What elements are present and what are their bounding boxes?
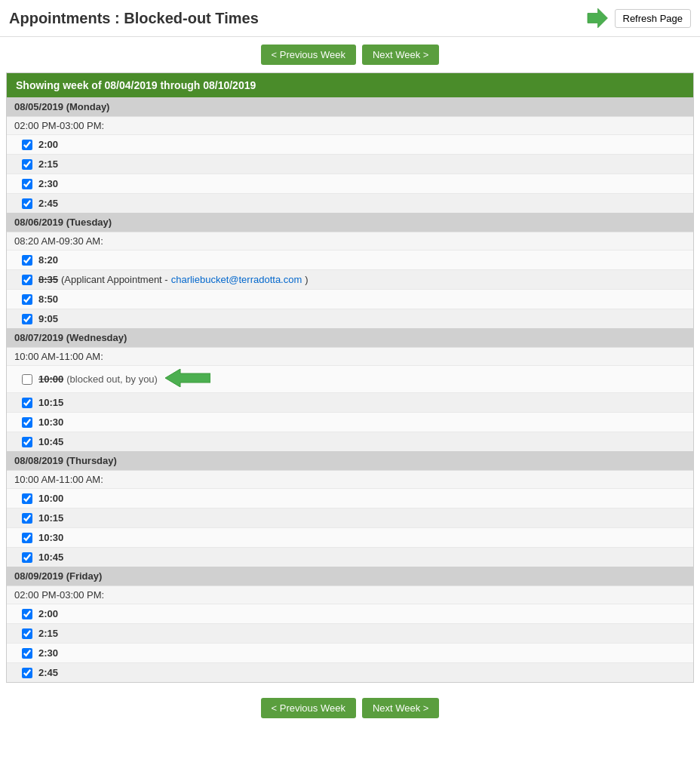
- slot-checkbox[interactable]: [22, 552, 32, 563]
- time-slot: 2:30: [7, 174, 693, 193]
- time-label: 8:50: [38, 293, 58, 305]
- time-label: 10:30: [38, 416, 63, 428]
- time-label: 10:15: [38, 512, 63, 524]
- arrow-icon: [585, 6, 609, 30]
- next-week-button-top[interactable]: Next Week >: [362, 45, 440, 65]
- time-label: 2:15: [38, 628, 58, 639]
- slot-checkbox[interactable]: [22, 374, 32, 385]
- next-week-button-bottom[interactable]: Next Week >: [362, 698, 440, 718]
- time-range-4: 02:00 PM-03:00 PM:: [7, 585, 693, 604]
- prev-week-button-top[interactable]: < Previous Week: [261, 45, 356, 65]
- svg-marker-1: [165, 369, 210, 387]
- time-slot: 8:35 (Applicant Appointment - charliebuc…: [7, 269, 693, 289]
- slot-checkbox[interactable]: [22, 398, 32, 408]
- time-label: 10:30: [38, 532, 63, 543]
- time-label: 2:45: [38, 667, 58, 678]
- appointment-text: (Applicant Appointment -: [61, 274, 168, 285]
- time-range-3: 10:00 AM-11:00 AM:: [7, 470, 693, 488]
- refresh-button[interactable]: Refresh Page: [615, 9, 692, 28]
- day-header-4: 08/09/2019 (Friday): [7, 567, 693, 585]
- time-label: 10:45: [38, 552, 63, 563]
- time-label: 2:45: [38, 198, 58, 209]
- time-slot: 10:00: [7, 488, 693, 508]
- time-label: 10:15: [38, 397, 63, 408]
- slot-checkbox[interactable]: [22, 668, 32, 678]
- time-label: 10:45: [38, 436, 63, 447]
- time-label: 2:00: [38, 139, 58, 150]
- time-label: 2:30: [38, 178, 58, 189]
- slot-checkbox[interactable]: [22, 493, 32, 504]
- slot-checkbox[interactable]: [22, 159, 32, 170]
- slot-checkbox[interactable]: [22, 533, 32, 543]
- slot-checkbox[interactable]: [22, 417, 32, 428]
- time-label: 2:00: [38, 608, 58, 619]
- slot-checkbox[interactable]: [22, 198, 32, 209]
- day-header-1: 08/06/2019 (Tuesday): [7, 213, 693, 232]
- time-range-1: 08:20 AM-09:30 AM:: [7, 232, 693, 250]
- appointment-close: ): [305, 274, 308, 285]
- time-slot: 9:05: [7, 309, 693, 328]
- slot-checkbox[interactable]: [22, 513, 32, 524]
- day-header-3: 08/08/2019 (Thursday): [7, 451, 693, 470]
- page-title: Appointments : Blocked-out Times: [9, 10, 259, 27]
- time-label: 2:30: [38, 647, 58, 659]
- time-slot: 8:50: [7, 289, 693, 309]
- time-label: 8:20: [38, 254, 58, 266]
- time-label: 2:15: [38, 158, 58, 170]
- slot-checkbox[interactable]: [22, 275, 32, 285]
- days-container: 08/05/2019 (Monday)02:00 PM-03:00 PM:2:0…: [7, 97, 693, 682]
- time-range-2: 10:00 AM-11:00 AM:: [7, 347, 693, 365]
- time-slot: 10:30: [7, 527, 693, 547]
- time-slot: 2:15: [7, 623, 693, 643]
- blocked-note: (blocked out, by you): [66, 373, 158, 385]
- time-slot: 10:45: [7, 432, 693, 451]
- day-header-0: 08/05/2019 (Monday): [7, 97, 693, 116]
- time-slot: 8:20: [7, 250, 693, 269]
- header-actions: Refresh Page: [585, 6, 692, 30]
- time-range-0: 02:00 PM-03:00 PM:: [7, 116, 693, 134]
- svg-marker-0: [588, 8, 607, 28]
- slot-checkbox[interactable]: [22, 314, 32, 324]
- time-label: 10:00: [38, 493, 63, 504]
- time-slot: 2:45: [7, 662, 693, 682]
- time-slot: 2:00: [7, 604, 693, 623]
- time-slot: 10:30: [7, 412, 693, 432]
- main-content: Showing week of 08/04/2019 through 08/10…: [6, 72, 694, 683]
- appointment-link[interactable]: charliebucket@terradotta.com: [171, 274, 302, 285]
- arrow-annotation-icon: [165, 369, 210, 389]
- time-label: 10:00: [38, 373, 63, 385]
- slot-checkbox[interactable]: [22, 294, 32, 305]
- slot-checkbox[interactable]: [22, 437, 32, 447]
- time-slot: 10:15: [7, 508, 693, 527]
- page-header: Appointments : Blocked-out Times Refresh…: [0, 0, 700, 37]
- bottom-nav: < Previous Week Next Week >: [0, 690, 700, 726]
- time-slot: 10:00 (blocked out, by you): [7, 365, 693, 392]
- week-header: Showing week of 08/04/2019 through 08/10…: [7, 73, 693, 97]
- slot-checkbox[interactable]: [22, 255, 32, 266]
- time-slot: 2:15: [7, 154, 693, 174]
- time-label: 8:35: [38, 274, 58, 285]
- slot-checkbox[interactable]: [22, 609, 32, 619]
- top-nav: < Previous Week Next Week >: [0, 37, 700, 72]
- time-label: 9:05: [38, 313, 58, 324]
- time-slot: 10:15: [7, 392, 693, 412]
- slot-checkbox[interactable]: [22, 628, 32, 639]
- day-header-2: 08/07/2019 (Wednesday): [7, 328, 693, 347]
- slot-checkbox[interactable]: [22, 648, 32, 659]
- time-slot: 10:45: [7, 547, 693, 567]
- time-slot: 2:00: [7, 134, 693, 154]
- time-slot: 2:30: [7, 643, 693, 662]
- slot-checkbox[interactable]: [22, 179, 32, 189]
- prev-week-button-bottom[interactable]: < Previous Week: [261, 698, 356, 718]
- time-slot: 2:45: [7, 193, 693, 213]
- slot-checkbox[interactable]: [22, 140, 32, 150]
